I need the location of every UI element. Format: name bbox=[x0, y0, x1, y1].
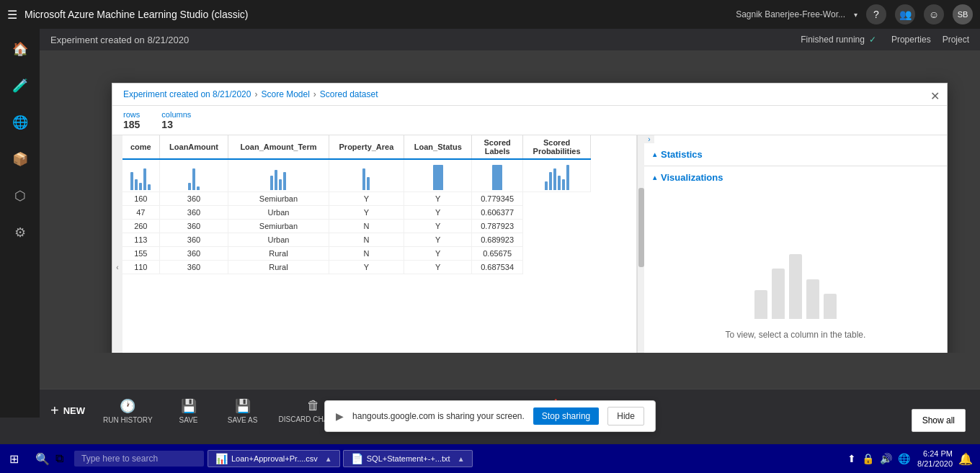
col-header-loanstatus[interactable]: Loan_Status bbox=[404, 135, 472, 159]
modal-close-button[interactable]: ✕ bbox=[930, 89, 940, 103]
right-panel: › ▴ Statistics ▴ Visualizations bbox=[644, 135, 947, 353]
share-icon: ▶ bbox=[336, 410, 344, 422]
hide-button[interactable]: Hide bbox=[607, 407, 644, 425]
cell: Semiurban bbox=[228, 192, 329, 205]
tray-icon-4[interactable]: 🌐 bbox=[898, 453, 910, 464]
tray-icon-1[interactable]: ⬆ bbox=[847, 453, 856, 464]
cell: Semiurban bbox=[228, 219, 329, 233]
chart-row bbox=[122, 159, 591, 192]
table-scrollbar[interactable] bbox=[637, 135, 644, 353]
col-header-loanterm[interactable]: Loan_Amount_Term bbox=[228, 135, 329, 159]
cell: Urban bbox=[228, 233, 329, 246]
table-row: 110 360 Rural Y Y 0.687534 bbox=[122, 260, 591, 274]
notification-icon[interactable]: 🔔 bbox=[958, 452, 973, 466]
cell: N bbox=[329, 219, 404, 233]
modal: ✕ Experiment created on 8/21/2020 › Scor… bbox=[112, 83, 948, 353]
table-row: 160 360 Semiurban Y Y 0.779345 bbox=[122, 192, 591, 205]
col-header-scoredlabels[interactable]: ScoredLabels bbox=[472, 135, 523, 159]
taskbar-item-1[interactable]: 📊 Loan+Approval+Pr....csv ▲ bbox=[208, 450, 340, 467]
cell: Y bbox=[329, 260, 404, 274]
new-button[interactable]: + NEW bbox=[50, 402, 85, 419]
col-header-propertyarea[interactable]: Property_Area bbox=[329, 135, 404, 159]
col-header-come[interactable]: come bbox=[122, 135, 159, 159]
taskbar-search-input[interactable] bbox=[74, 451, 204, 467]
avatar[interactable]: SB bbox=[953, 4, 973, 24]
project-link[interactable]: Project bbox=[943, 35, 969, 45]
hamburger-icon[interactable]: ☰ bbox=[7, 8, 17, 22]
cell: 0.65675 bbox=[472, 246, 523, 260]
breadcrumb-dataset[interactable]: Scored dataset bbox=[320, 89, 378, 99]
status-text: Finished running bbox=[801, 35, 865, 45]
rows-value: 185 bbox=[123, 119, 140, 130]
breadcrumb-sep1: › bbox=[254, 89, 257, 99]
taskbar-items: 📊 Loan+Approval+Pr....csv ▲ 📄 SQL+Statem… bbox=[208, 450, 844, 467]
taskbar: ⊞ 🔍 ⧉ 📊 Loan+Approval+Pr....csv ▲ 📄 SQL+… bbox=[0, 444, 980, 473]
statistics-header[interactable]: ▴ Statistics bbox=[644, 143, 947, 166]
sidebar-item-dataset[interactable]: 📦 bbox=[7, 146, 33, 172]
scroll-thumb bbox=[638, 188, 644, 267]
breadcrumb: Experiment created on 8/21/2020 › Score … bbox=[112, 84, 947, 106]
dataset-info: rows 185 columns 13 bbox=[112, 106, 947, 135]
tray-icon-3[interactable]: 🔊 bbox=[880, 453, 892, 464]
task-view-icon[interactable]: ⧉ bbox=[55, 452, 63, 465]
save-button[interactable]: 💾 SAVE bbox=[171, 398, 207, 424]
cell: 260 bbox=[122, 219, 159, 233]
taskbar-item-2[interactable]: 📄 SQL+Statement+-+...txt ▲ bbox=[343, 450, 473, 467]
search-taskbar-icon[interactable]: 🔍 bbox=[35, 452, 50, 466]
cell: 160 bbox=[122, 192, 159, 205]
app-title: Microsoft Azure Machine Learning Studio … bbox=[24, 9, 729, 20]
table-area[interactable]: come LoanAmount Loan_Amount_Term Propert… bbox=[122, 135, 637, 353]
taskbar-item2-icon: 📄 bbox=[351, 453, 363, 464]
visualizations-section: ▴ Visualizations To view, selec bbox=[644, 166, 947, 353]
visualizations-label: Visualizations bbox=[661, 172, 723, 183]
taskbar-item2-label: SQL+Statement+-+...txt bbox=[367, 454, 450, 463]
panel-expand-button[interactable]: › bbox=[644, 135, 654, 143]
help-icon[interactable]: ? bbox=[866, 4, 886, 24]
cell: 360 bbox=[159, 233, 228, 246]
feedback-icon[interactable]: ☺ bbox=[924, 4, 944, 24]
col-header-scoredprob[interactable]: ScoredProbabilities bbox=[523, 135, 591, 159]
cell: 0.606377 bbox=[472, 205, 523, 219]
share-message: hangouts.google.com is sharing your scre… bbox=[352, 411, 525, 421]
dropdown-icon[interactable]: ▾ bbox=[854, 11, 858, 19]
cell: N bbox=[329, 246, 404, 260]
cell: Rural bbox=[228, 246, 329, 260]
breadcrumb-experiment[interactable]: Experiment created on 8/21/2020 bbox=[123, 89, 251, 99]
taskbar-item1-close[interactable]: ▲ bbox=[325, 455, 332, 463]
save-as-icon: 💾 bbox=[235, 398, 251, 414]
cell: Y bbox=[404, 205, 472, 219]
tray-icon-2[interactable]: 🔒 bbox=[862, 453, 874, 464]
taskbar-right: 6:24 PM 8/21/2020 🔔 bbox=[917, 449, 973, 469]
community-icon[interactable]: 👥 bbox=[895, 4, 915, 24]
cell: 110 bbox=[122, 260, 159, 274]
sidebar-item-lab[interactable]: 🧪 bbox=[7, 73, 33, 99]
time-display: 6:24 PM 8/21/2020 bbox=[917, 449, 953, 469]
table-row: 47 360 Urban Y Y 0.606377 bbox=[122, 205, 591, 219]
save-as-button[interactable]: 💾 SAVE AS bbox=[225, 398, 261, 424]
viz-hint: To view, select a column in the table. bbox=[726, 330, 866, 340]
stop-sharing-button[interactable]: Stop sharing bbox=[533, 407, 599, 425]
visualizations-header[interactable]: ▴ Visualizations bbox=[644, 166, 947, 189]
start-button[interactable]: ⊞ bbox=[4, 449, 24, 469]
cell: 360 bbox=[159, 205, 228, 219]
data-table: come LoanAmount Loan_Amount_Term Propert… bbox=[122, 135, 591, 274]
taskbar-item1-label: Loan+Approval+Pr....csv bbox=[231, 454, 318, 463]
main-area: Experiment created on 8/21/2020 Finished… bbox=[40, 29, 980, 389]
properties-link[interactable]: Properties bbox=[891, 35, 931, 45]
show-all-button[interactable]: Show all bbox=[912, 409, 966, 432]
cell: N bbox=[329, 233, 404, 246]
taskbar-item2-close[interactable]: ▲ bbox=[458, 455, 465, 463]
col-header-loanamount[interactable]: LoanAmount bbox=[159, 135, 228, 159]
sidebar-item-settings[interactable]: ⚙ bbox=[7, 220, 33, 245]
visualization-area: To view, select a column in the table. bbox=[644, 189, 947, 353]
experiment-header: Experiment created on 8/21/2020 Finished… bbox=[40, 29, 980, 50]
sidebar-item-globe[interactable]: 🌐 bbox=[7, 109, 33, 135]
scroll-left-button[interactable]: ‹ bbox=[112, 135, 122, 353]
run-history-button[interactable]: 🕐 RUN HISTORY bbox=[103, 398, 153, 424]
taskbar-item1-icon: 📊 bbox=[215, 453, 228, 464]
breadcrumb-score[interactable]: Score Model bbox=[261, 89, 309, 99]
cell: 113 bbox=[122, 233, 159, 246]
sidebar-item-modules[interactable]: ⬡ bbox=[7, 183, 33, 209]
sidebar-item-home[interactable]: 🏠 bbox=[7, 36, 33, 62]
cell: 0.779345 bbox=[472, 192, 523, 205]
